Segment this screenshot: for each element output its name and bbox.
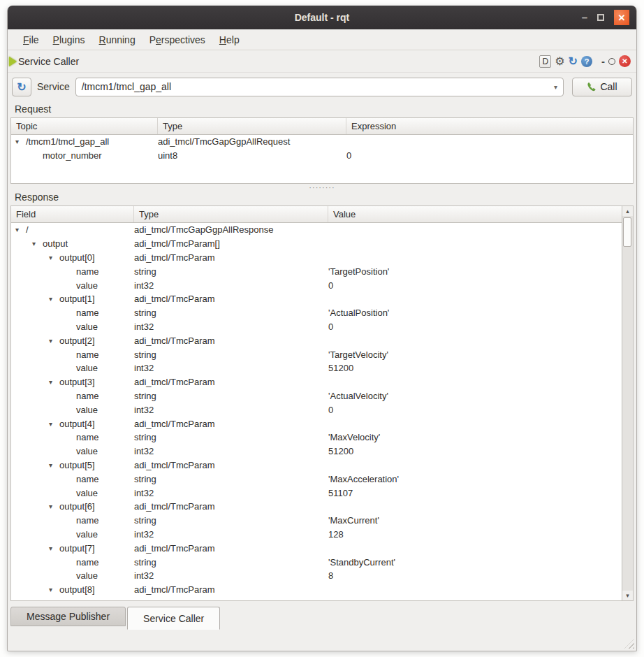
tab-service-caller[interactable]: Service Caller xyxy=(127,607,220,630)
field-cell: output[5] xyxy=(59,460,95,470)
tree-row[interactable]: name string 'TargetPosition' xyxy=(11,264,622,278)
tree-row[interactable]: value int32 0 xyxy=(11,403,622,417)
tree-row[interactable]: ▾ output[0] adi_tmcl/TmcParam xyxy=(11,251,622,265)
refresh-services-button[interactable]: ↻ xyxy=(12,78,31,96)
help-icon[interactable]: ? xyxy=(581,56,592,67)
tree-row[interactable]: name string 'MaxAcceleration' xyxy=(11,472,622,486)
column-header-type[interactable]: Type xyxy=(158,118,346,134)
tree-row[interactable]: value int32 8 xyxy=(11,569,622,583)
field-cell: name xyxy=(76,391,99,401)
tree-row[interactable]: ▾ output[7] adi_tmcl/TmcParam xyxy=(11,541,622,555)
column-header-type[interactable]: Type xyxy=(134,206,328,222)
tree-row[interactable]: ▾ output[8] adi_tmcl/TmcParam xyxy=(11,583,622,597)
tree-row[interactable]: value int32 0 xyxy=(11,320,622,334)
menu-item-perspectives[interactable]: Perspectives xyxy=(142,31,212,48)
expander-icon[interactable]: ▾ xyxy=(49,461,59,469)
type-cell: int32 xyxy=(134,280,328,291)
expander-icon[interactable]: ▾ xyxy=(49,295,59,303)
type-cell: int32 xyxy=(134,570,328,581)
vertical-scrollbar[interactable]: ▴ ▾ xyxy=(622,206,633,600)
tree-row[interactable]: name string 'MaxCurrent' xyxy=(11,514,622,528)
window-maximize-button[interactable] xyxy=(597,14,604,21)
menu-item-plugins[interactable]: Plugins xyxy=(46,31,92,48)
expander-icon[interactable]: ▾ xyxy=(49,337,59,345)
settings-gear-icon[interactable]: ⚙ xyxy=(555,56,564,67)
tree-row[interactable]: value int32 128 xyxy=(11,528,622,542)
tab-label: Message Publisher xyxy=(27,611,110,622)
tree-row[interactable]: ▾ output[6] adi_tmcl/TmcParam xyxy=(11,500,622,514)
column-header-topic[interactable]: Topic xyxy=(11,118,158,134)
tree-row[interactable]: value int32 51200 xyxy=(11,361,622,375)
field-cell: / xyxy=(26,224,29,235)
dock-d-button[interactable]: D xyxy=(539,55,551,68)
tree-row[interactable]: ▾ output adi_tmcl/TmcParam[] xyxy=(11,237,622,251)
scrollbar-thumb[interactable] xyxy=(623,217,631,247)
tree-row[interactable]: name string 'TargetVelocity' xyxy=(11,347,622,361)
tree-row[interactable]: value int32 0 xyxy=(11,278,622,292)
tree-row[interactable]: name string 'MaxVelocity' xyxy=(11,431,622,445)
tree-row[interactable]: ▾ output[1] adi_tmcl/TmcParam xyxy=(11,292,622,306)
value-cell: 128 xyxy=(328,529,622,540)
menu-item-file[interactable]: File xyxy=(16,31,46,48)
tree-row[interactable]: ▾ output[3] adi_tmcl/TmcParam xyxy=(11,375,622,389)
field-cell: output[3] xyxy=(59,377,95,387)
tab-message-publisher[interactable]: Message Publisher xyxy=(10,607,126,626)
expander-icon[interactable]: ▾ xyxy=(49,503,59,510)
expander-icon[interactable]: ▾ xyxy=(15,138,26,145)
service-combobox[interactable]: /tmcm1/tmcl_gap_all ▾ xyxy=(75,78,564,96)
dock-float-button[interactable] xyxy=(608,58,615,65)
field-cell: value xyxy=(76,488,98,498)
field-cell: output[1] xyxy=(59,294,95,304)
dock-minimize-button[interactable]: - xyxy=(601,55,605,67)
dock-close-button[interactable]: ✕ xyxy=(619,55,631,67)
value-cell: 0 xyxy=(346,150,633,161)
field-cell: value xyxy=(76,529,98,540)
field-cell: output[4] xyxy=(59,419,95,429)
tree-row[interactable]: value int32 51107 xyxy=(11,486,622,500)
menu-item-help[interactable]: Help xyxy=(212,31,247,48)
expander-icon[interactable]: ▾ xyxy=(49,254,59,261)
dock-toolbar: D ⚙ ↻ ? - ✕ xyxy=(539,55,631,68)
scroll-down-icon[interactable]: ▾ xyxy=(626,591,629,600)
window-minimize-button[interactable]: – xyxy=(582,14,587,21)
expander-icon[interactable]: ▾ xyxy=(15,226,26,233)
column-header-value[interactable]: Value xyxy=(328,206,622,222)
window-close-button[interactable]: ✕ xyxy=(614,10,629,25)
tree-row[interactable]: name string 'ActualPosition' xyxy=(11,306,622,320)
tree-row[interactable]: ▾ /tmcm1/tmcl_gap_all adi_tmcl/TmcGapGgp… xyxy=(11,135,633,149)
field-cell: output[8] xyxy=(59,584,95,595)
value-cell: 0 xyxy=(328,405,622,415)
phone-icon xyxy=(587,82,597,92)
splitter-handle[interactable]: ········ xyxy=(8,184,636,190)
resize-grip-icon[interactable] xyxy=(624,639,634,649)
tree-row[interactable]: name string 'ActualVelocity' xyxy=(11,389,622,403)
titlebar[interactable]: Default - rqt – ✕ xyxy=(8,6,636,29)
call-button[interactable]: Call xyxy=(572,78,632,96)
menu-item-running[interactable]: Running xyxy=(92,31,142,48)
column-header-expression[interactable]: Expression xyxy=(346,118,633,134)
expander-icon[interactable]: ▾ xyxy=(32,240,43,247)
bottom-tabbar: Message Publisher Service Caller xyxy=(8,607,636,629)
column-header-field[interactable]: Field xyxy=(11,206,134,222)
tree-row[interactable]: ▾ output[2] adi_tmcl/TmcParam xyxy=(11,333,622,347)
expander-icon[interactable]: ▾ xyxy=(49,586,59,593)
tree-row[interactable]: name string 'StandbyCurrent' xyxy=(11,555,622,569)
reload-plugin-icon[interactable]: ↻ xyxy=(569,56,578,67)
request-table-header: TopicTypeExpression xyxy=(11,118,633,135)
field-cell: /tmcm1/tmcl_gap_all xyxy=(26,136,109,147)
tree-row[interactable]: ▾ / adi_tmcl/TmcGapGgpAllResponse xyxy=(11,223,622,237)
tree-row[interactable]: ▾ output[5] adi_tmcl/TmcParam xyxy=(11,459,622,472)
tree-row[interactable]: value int32 51200 xyxy=(11,445,622,459)
scrollbar-track[interactable] xyxy=(622,216,633,591)
field-cell: motor_number xyxy=(43,150,102,161)
tree-row[interactable]: ▾ output[4] adi_tmcl/TmcParam xyxy=(11,417,622,431)
type-cell: int32 xyxy=(134,446,328,456)
expander-icon[interactable]: ▾ xyxy=(49,420,59,428)
expander-icon[interactable]: ▾ xyxy=(49,378,59,386)
scroll-up-icon[interactable]: ▴ xyxy=(626,206,629,216)
field-cell: name xyxy=(76,474,99,484)
tree-row[interactable]: motor_number uint8 0 xyxy=(11,149,633,163)
type-cell: adi_tmcl/TmcParam xyxy=(134,335,328,346)
expander-icon[interactable]: ▾ xyxy=(49,544,59,552)
field-cell: name xyxy=(76,308,99,318)
